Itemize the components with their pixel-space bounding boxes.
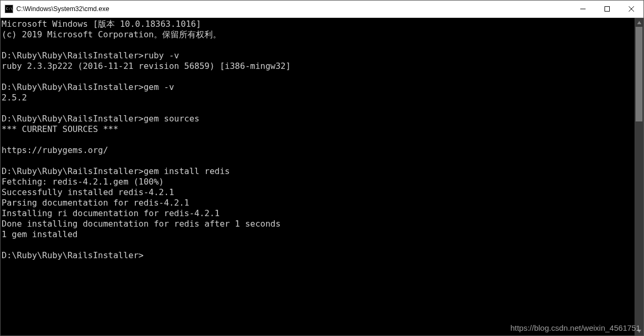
maximize-button[interactable]	[595, 1, 619, 17]
scroll-up-button[interactable]	[635, 18, 643, 27]
vertical-scrollbar[interactable]	[635, 18, 643, 335]
terminal-output[interactable]: Microsoft Windows [版本 10.0.18363.1016] (…	[1, 18, 635, 335]
scroll-thumb[interactable]	[636, 27, 642, 121]
console-area: Microsoft Windows [版本 10.0.18363.1016] (…	[1, 18, 643, 335]
window-title: C:\Windows\System32\cmd.exe	[16, 5, 109, 13]
titlebar[interactable]: C:\ C:\Windows\System32\cmd.exe	[1, 1, 643, 18]
svg-marker-7	[637, 21, 641, 24]
cmd-window: C:\ C:\Windows\System32\cmd.exe Microsof…	[0, 0, 644, 336]
cmd-icon: C:\	[5, 5, 13, 13]
window-controls	[571, 1, 643, 17]
scroll-down-button[interactable]	[635, 327, 643, 335]
minimize-button[interactable]	[571, 1, 595, 17]
svg-rect-4	[605, 7, 610, 12]
svg-text:C:\: C:\	[6, 7, 13, 11]
svg-marker-8	[637, 330, 641, 333]
close-button[interactable]	[619, 1, 643, 17]
